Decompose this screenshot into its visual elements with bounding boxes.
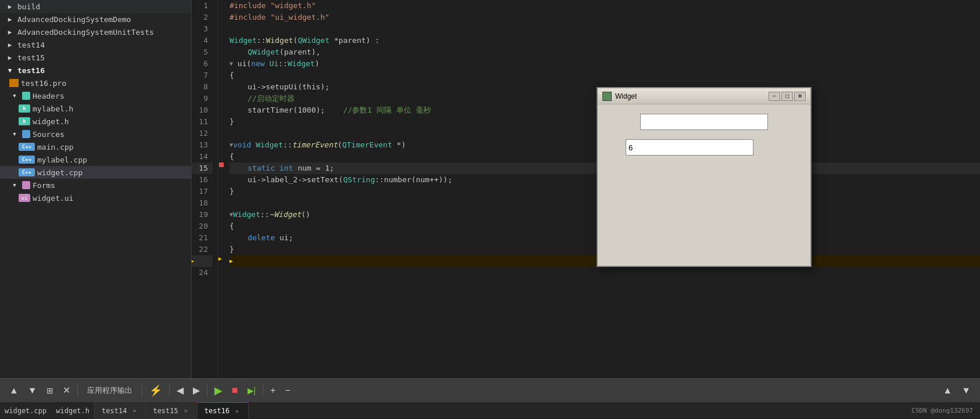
code-line-2: #include "ui_widget.h" (229, 12, 980, 23)
file-tree-sidebar: ▶ build ▶ AdvancedDockingSystemDemo ▶ Ad… (0, 0, 192, 378)
token: void (233, 139, 251, 151)
sidebar-item-label: Headers (33, 92, 64, 100)
line-num-10: 10 (192, 104, 213, 116)
widget-body: 6 (598, 104, 810, 266)
line-num-16: 16 (192, 174, 213, 186)
token: { (229, 151, 234, 162)
widget-maximize-button[interactable]: □ (781, 92, 793, 101)
sidebar-item-label: test16.pro (21, 79, 66, 88)
toolbar-icon-btn[interactable]: ⚡ (145, 382, 167, 399)
widget-label-value: 6 (629, 143, 633, 152)
token (229, 162, 247, 174)
forms-folder-icon (22, 181, 30, 189)
line-num-24: 24 (192, 267, 213, 279)
sidebar-item-label: main.cpp (37, 143, 74, 151)
sidebar-item-widgetui[interactable]: ui widget.ui (0, 192, 191, 204)
remove-button[interactable]: − (281, 383, 295, 398)
sidebar-item-test15[interactable]: ▶ test15 (0, 51, 191, 64)
sidebar-item-sources[interactable]: ▼ Sources (0, 128, 191, 140)
output-file-1: widget.cpp (5, 407, 46, 415)
sidebar-item-label: mylabel.h (33, 104, 73, 113)
tab-close-test15[interactable]: ✕ (182, 407, 190, 415)
sidebar-item-headers[interactable]: ▼ Headers (0, 89, 191, 102)
tab-label-test16: test16 (204, 407, 229, 415)
token: ui( (233, 58, 251, 70)
sidebar-item-forms[interactable]: ▼ Forms (0, 179, 191, 192)
code-line-4: Widget::Widget(QWidget *parent) : (229, 35, 980, 46)
sidebar-item-adsdemo[interactable]: ▶ AdvancedDockingSystemDemo (0, 13, 191, 26)
tab-test14[interactable]: test14 ✕ (95, 402, 146, 419)
sidebar-item-widgetcpp[interactable]: C++ widget.cpp (0, 166, 191, 179)
token: QString (343, 174, 375, 186)
token: ui->setupUi(this); (229, 81, 329, 93)
sidebar-item-build[interactable]: ▶ build (0, 0, 191, 13)
sidebar-item-adsunit[interactable]: ▶ AdvancedDockingSystemUnitTests (0, 26, 191, 38)
toolbar-down-btn[interactable]: ▼ (957, 383, 975, 398)
current-execution-line23: ▶ (218, 255, 222, 262)
token: :: (278, 58, 288, 70)
token: startTimer(1000); (229, 104, 343, 116)
tab-label-test15: test15 (153, 407, 178, 415)
chevron-right-icon: ▶ (5, 53, 15, 62)
code-editor[interactable]: 1 2 3 4 5 6 7 8 9 10 11 12 13 14 15 16 1… (192, 0, 980, 378)
add-button[interactable]: + (265, 383, 280, 398)
token (265, 58, 270, 70)
sidebar-item-mylabelh[interactable]: h mylabel.h (0, 102, 191, 115)
widget-window: Widget − □ ✕ 6 (597, 87, 812, 267)
tab-test15[interactable]: test15 ✕ (146, 402, 197, 419)
token: ) (315, 58, 320, 70)
widget-input-container (607, 114, 801, 130)
scroll-down-button[interactable]: ▼ (23, 383, 42, 398)
line-num-6: 6 (192, 58, 213, 70)
sidebar-item-label: test14 (17, 41, 45, 49)
next-button[interactable]: ▶ (188, 382, 204, 398)
code-line-5: QWidget(parent), (229, 46, 980, 58)
line-num-14: 14 (192, 151, 213, 162)
widget-titlebar[interactable]: Widget − □ ✕ (598, 88, 810, 104)
cpp-file-icon: C++ (19, 168, 35, 176)
prev-button[interactable]: ◀ (172, 382, 188, 398)
toolbar-separator-3 (169, 384, 170, 398)
token (251, 139, 256, 151)
sidebar-item-label: test15 (17, 53, 45, 62)
sidebar-item-maincpp[interactable]: C++ main.cpp (0, 140, 191, 153)
stop-button[interactable]: ■ (227, 382, 243, 399)
token: int (279, 162, 293, 174)
widget-text-input[interactable] (640, 114, 768, 130)
sidebar-item-test16[interactable]: ▼ test16 (0, 64, 191, 77)
widget-close-button[interactable]: ✕ (794, 92, 806, 101)
line-num-20: 20 (192, 221, 213, 232)
output-and-tabs: widget.cpp widget.h test14 ✕ test15 ✕ te… (0, 402, 980, 419)
tab-close-test16[interactable]: ✕ (233, 407, 241, 415)
editor-tabs: test14 ✕ test15 ✕ test16 ✕ (95, 402, 249, 419)
chevron-right-icon: ▶ (5, 2, 15, 10)
token: num = 1; (293, 162, 334, 174)
tab-test16[interactable]: test16 ✕ (198, 402, 249, 419)
token: Widget (256, 139, 283, 151)
sidebar-item-test14[interactable]: ▶ test14 (0, 38, 191, 51)
line-num-19: 19 (192, 209, 213, 221)
token: QWidget (297, 35, 329, 46)
split-view-button[interactable]: ⊞ (42, 384, 58, 398)
debug-play-button[interactable]: ▶| (243, 384, 261, 398)
sidebar-item-widgeth[interactable]: h widget.h (0, 115, 191, 128)
tab-close-test14[interactable]: ✕ (130, 407, 138, 415)
widget-minimize-button[interactable]: − (769, 92, 780, 101)
sidebar-item-mylabelcpp[interactable]: C++ mylabel.cpp (0, 153, 191, 166)
toolbar-separator-2 (142, 384, 142, 398)
output-file-2: widget.h (56, 407, 89, 415)
token: QWidget (247, 46, 279, 58)
line-num-8: 8 (192, 81, 213, 93)
watermark-text: CSDN @dong132697 (911, 407, 980, 414)
token: { (229, 70, 234, 81)
play-button[interactable]: ▶ (210, 382, 227, 399)
scroll-up-button[interactable]: ▲ (5, 383, 23, 398)
line-num-11: 11 (192, 116, 213, 128)
sidebar-item-label: widget.cpp (37, 168, 82, 177)
sidebar-item-test16pro[interactable]: test16.pro (0, 77, 191, 89)
toolbar-up-btn[interactable]: ▲ (938, 383, 957, 398)
token: //参数1 间隔 单位 毫秒 (343, 104, 431, 116)
line-num-12: 12 (192, 128, 213, 139)
close-output-button[interactable]: ✕ (58, 382, 75, 398)
token: Widget (288, 58, 315, 70)
